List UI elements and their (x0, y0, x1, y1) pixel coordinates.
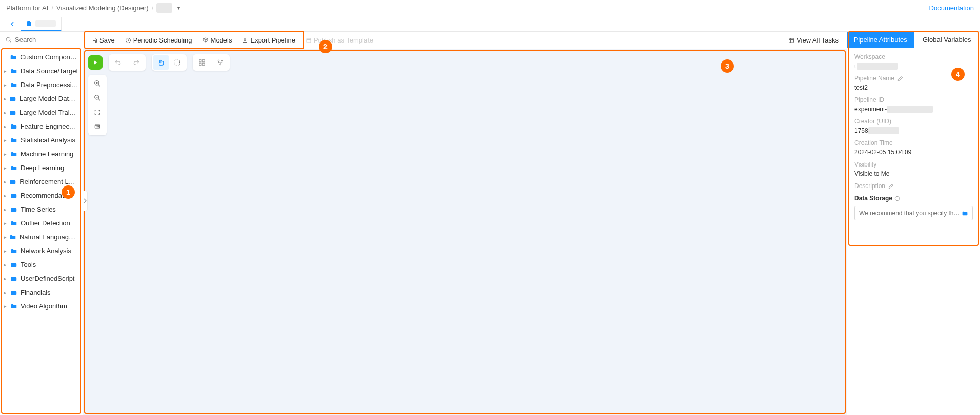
chevron-down-icon[interactable]: ▾ (177, 5, 180, 11)
view-all-tasks-button[interactable]: View All Tasks (784, 34, 843, 46)
template-icon (305, 37, 312, 44)
visibility-value: Visible to Me (854, 170, 973, 177)
sidebar-item-label: Time Series (21, 205, 56, 213)
folder-icon (10, 164, 17, 172)
svg-rect-6 (202, 60, 205, 62)
folder-select-icon[interactable] (962, 210, 968, 217)
folder-icon (10, 54, 17, 61)
chevron-right-icon: ▸ (4, 235, 8, 240)
fit-screen-button[interactable] (90, 106, 105, 119)
chevron-right-icon: ▸ (4, 110, 8, 115)
sidebar-item[interactable]: ▸Outlier Detection (0, 216, 83, 230)
chevron-right-icon: ▸ (4, 290, 9, 295)
folder-icon (10, 206, 17, 213)
select-tool-button[interactable] (169, 55, 186, 70)
sidebar-item[interactable]: ▸Feature Engineering (0, 119, 83, 133)
creation-time-label: Creation Time (854, 139, 973, 147)
chevron-right-icon: ▸ (4, 276, 9, 281)
chevron-right-icon: ▸ (4, 165, 9, 171)
chevron-right-icon: ▸ (4, 262, 9, 267)
canvas-area[interactable]: 2 3 (83, 49, 847, 415)
publish-label: Publish as Template (314, 36, 373, 44)
document-icon (26, 20, 32, 27)
sidebar-item-label: Machine Learning (21, 150, 73, 158)
sidebar-item[interactable]: ▸Custom Components (0, 50, 83, 64)
save-button[interactable]: Save (87, 34, 119, 46)
left-panel: ▸Custom Components▸Data Source/Target▸Da… (0, 32, 83, 415)
download-icon (242, 37, 248, 44)
redo-button[interactable] (128, 55, 145, 70)
tab-global-variables[interactable]: Global Variables (914, 32, 981, 48)
documentation-link[interactable]: Documentation (929, 4, 974, 12)
sidebar-item-label: Data Source/Target (21, 67, 78, 75)
sidebar-item[interactable]: ▸Network Analysis (0, 244, 83, 258)
pipeline-id-prefix: experiment- (854, 106, 887, 113)
sidebar-item[interactable]: ▸Statistical Analysis (0, 133, 83, 147)
search-box (0, 32, 83, 48)
sidebar-item[interactable]: ▸Video Algorithm (0, 299, 83, 313)
sidebar-item-label: Natural Language Proc... (19, 233, 78, 241)
pan-tool-button[interactable] (153, 55, 169, 70)
search-input[interactable] (15, 36, 77, 44)
export-pipeline-button[interactable]: Export Pipeline (238, 34, 299, 46)
folder-icon (10, 275, 17, 282)
breadcrumb-mid[interactable]: Visualized Modeling (Designer) (56, 4, 149, 12)
breadcrumb-current[interactable] (156, 3, 172, 13)
run-button[interactable] (88, 55, 103, 70)
edit-icon[interactable] (897, 76, 903, 81)
folder-icon (10, 151, 17, 158)
sidebar-item[interactable]: ▸Reinforcement Learning (0, 175, 83, 189)
tab-pipeline-attributes[interactable]: Pipeline Attributes (847, 32, 914, 48)
sidebar-item-label: Custom Components (20, 53, 78, 61)
breadcrumb: Platform for AI / Visualized Modeling (D… (6, 3, 180, 13)
chevron-right-icon: ▸ (4, 221, 9, 226)
tab-row (0, 16, 980, 32)
layout-auto-button[interactable] (212, 55, 229, 70)
sidebar-item[interactable]: ▸UserDefinedScript (0, 272, 83, 285)
cube-icon (202, 37, 209, 44)
file-tab[interactable] (21, 17, 62, 31)
sidebar-item-label: Statistical Analysis (21, 136, 75, 144)
info-icon[interactable] (894, 196, 900, 201)
breadcrumb-separator: / (152, 4, 154, 12)
toolbar: Save Periodic Scheduling Models (83, 32, 847, 49)
sidebar-item[interactable]: ▸Large Model Training a... (0, 106, 83, 119)
periodic-label: Periodic Scheduling (133, 36, 192, 44)
zoom-in-button[interactable] (90, 77, 105, 90)
workspace-value-mask (857, 63, 898, 70)
folder-icon (10, 303, 17, 310)
layout-grid-button[interactable] (194, 55, 210, 70)
pipeline-name-value: test2 (854, 84, 973, 91)
sidebar-item[interactable]: ▸Natural Language Proc... (0, 230, 83, 244)
view-all-label: View All Tasks (797, 36, 839, 44)
sidebar-item[interactable]: ▸Tools (0, 258, 83, 272)
chevron-right-icon: ▸ (4, 207, 9, 212)
sidebar-item-label: Network Analysis (21, 247, 71, 255)
collapse-handle[interactable] (83, 191, 88, 211)
publish-template-button: Publish as Template (301, 34, 377, 46)
list-icon (788, 37, 794, 44)
folder-icon (9, 234, 16, 241)
data-storage-input[interactable] (859, 210, 962, 217)
zoom-out-button[interactable] (90, 91, 105, 105)
sidebar-item[interactable]: ▸Deep Learning (0, 161, 83, 175)
svg-point-11 (220, 64, 221, 65)
models-button[interactable]: Models (198, 34, 236, 46)
sidebar-item[interactable]: ▸Financials (0, 285, 83, 299)
folder-icon (10, 220, 17, 227)
sidebar-item[interactable]: ▸Machine Learning (0, 147, 83, 161)
actual-size-button[interactable] (90, 120, 105, 133)
sidebar-item[interactable]: ▸Time Series (0, 202, 83, 216)
sidebar-item[interactable]: ▸Recommendation (0, 189, 83, 202)
sidebar-item[interactable]: ▸Large Model Data Prep... (0, 92, 83, 106)
pipeline-id-mask (887, 106, 933, 113)
sidebar-item-label: Large Model Training a... (19, 109, 78, 116)
periodic-scheduling-button[interactable]: Periodic Scheduling (121, 34, 196, 46)
sidebar-item[interactable]: ▸Data Source/Target (0, 64, 83, 78)
breadcrumb-root[interactable]: Platform for AI (6, 4, 48, 12)
back-button[interactable] (4, 18, 21, 30)
chevron-right-icon: ▸ (4, 193, 9, 198)
undo-button[interactable] (110, 55, 126, 70)
sidebar-item[interactable]: ▸Data Preprocessing (0, 78, 83, 92)
edit-icon[interactable] (888, 183, 894, 189)
